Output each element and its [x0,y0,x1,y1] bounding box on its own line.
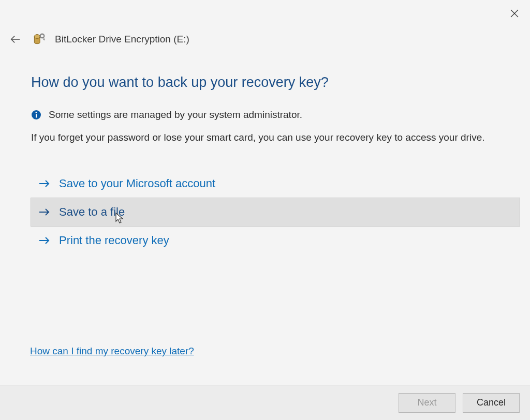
svg-point-4 [34,35,40,39]
wizard-footer: Next Cancel [0,385,530,420]
arrow-right-icon [38,207,51,217]
arrow-right-icon [38,178,51,189]
option-label: Save to your Microsoft account [59,177,215,190]
wizard-title: BitLocker Drive Encryption (E:) [55,34,189,45]
close-icon [510,9,519,18]
option-print-recovery-key[interactable]: Print the recovery key [31,227,520,254]
bitlocker-icon [32,33,46,46]
page-heading: How do you want to back up your recovery… [31,74,520,91]
back-arrow-icon [10,34,21,45]
admin-info-row: Some settings are managed by your system… [31,109,520,121]
backup-options-list: Save to your Microsoft account Save to a… [31,170,520,254]
svg-point-5 [40,34,45,38]
description-text: If you forget your password or lose your… [31,131,520,145]
arrow-right-icon [38,235,51,246]
cancel-button[interactable]: Cancel [463,393,520,413]
svg-rect-7 [36,114,37,118]
option-label: Print the recovery key [59,234,169,247]
option-label: Save to a file [59,205,125,219]
option-save-to-file[interactable]: Save to a file [31,198,520,227]
back-button[interactable] [8,32,23,47]
info-icon [31,110,41,120]
wizard-header: BitLocker Drive Encryption (E:) [0,0,530,47]
next-button[interactable]: Next [399,393,455,413]
admin-info-text: Some settings are managed by your system… [49,109,302,121]
option-save-microsoft-account[interactable]: Save to your Microsoft account [31,170,520,198]
help-link-find-recovery-key[interactable]: How can I find my recovery key later? [30,346,194,357]
svg-point-8 [36,112,37,113]
content-area: How do you want to back up your recovery… [0,47,530,254]
close-button[interactable] [506,5,523,22]
bitlocker-wizard-window: BitLocker Drive Encryption (E:) How do y… [0,0,530,420]
